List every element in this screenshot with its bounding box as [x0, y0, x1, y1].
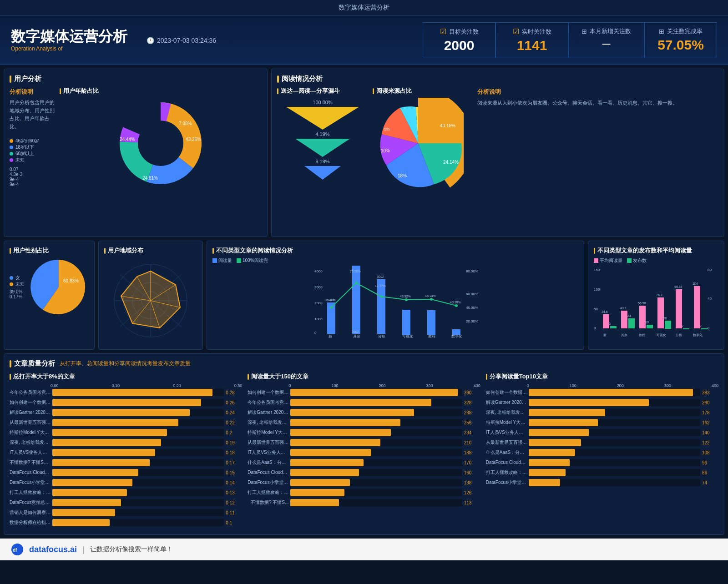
svg-text:40.00%: 40.00% — [466, 306, 478, 310]
list-item: DataFocus小学堂 |... 138 — [248, 479, 480, 486]
bar-value: 0.12 — [226, 500, 242, 505]
header: 数字媒体运营分析 Operation Analysis of 🕐 2023-07… — [0, 16, 728, 65]
bar-label: 特斯拉Model Y大降价... — [486, 419, 527, 426]
svg-rect-90 — [701, 328, 708, 329]
bar-label: 解读Gartner 2020数... — [486, 399, 527, 406]
bar-value: 122 — [702, 440, 718, 445]
bar-track — [52, 419, 224, 426]
bar-label: 深夜, 老板给我发了... — [248, 419, 288, 426]
list-item: 解读Gartner 2020数... 0.24 — [10, 409, 242, 416]
bar-track — [52, 409, 224, 416]
bar-value: 0.26 — [226, 400, 242, 405]
svg-rect-78 — [647, 325, 653, 328]
bar-track — [529, 399, 700, 406]
bar-label: 解读Gartner 2020数... — [248, 409, 288, 416]
bar-track — [290, 409, 462, 416]
stat-target-label: ☑ 目标关注数 — [436, 27, 482, 36]
bar-label: 营销人是如何洞察数... — [10, 509, 51, 516]
bar-value: 0.15 — [226, 470, 242, 475]
bar-track — [529, 439, 700, 446]
bar-label: 今年公务员国考竞争... — [10, 389, 51, 396]
svg-rect-89 — [694, 286, 700, 328]
list-item: 特斯拉Model Y大降价... 234 — [248, 429, 480, 436]
gender-title: 用户性别占比 — [10, 247, 89, 255]
reading-legend: 阅读量 100%阅读完 — [212, 257, 578, 264]
reading-analysis-title: 阅读情况分析 — [277, 75, 718, 83]
svg-rect-86 — [683, 328, 689, 329]
stat-completion-label: ⊞ 关注数完成率 — [657, 27, 704, 35]
list-item: 不懂数据? 不懂S... 113 — [248, 499, 480, 506]
bar-track — [290, 489, 462, 496]
bar-fill — [529, 469, 566, 476]
svg-rect-82 — [665, 321, 671, 329]
svg-text:数字化: 数字化 — [451, 334, 462, 338]
svg-text:7.08%: 7.08% — [179, 121, 192, 126]
list-item: 如何创建一个数据驱... 390 — [248, 389, 480, 396]
bar-track — [529, 459, 700, 466]
bar-label: 数据分析师在给指挥... — [10, 519, 51, 526]
svg-text:教程: 教程 — [639, 333, 645, 337]
list-item: 什么是AaaS：分析即... 108 — [486, 449, 718, 456]
row-2: 用户性别占比 女 未知 39.0% 0.17% 60.83% 用户地域分布 — [4, 241, 724, 350]
list-item: 特斯拉Model Y大降价... 0.2 — [10, 429, 242, 436]
stat-realtime-value: 1141 — [509, 38, 555, 53]
age-chart-title: 用户年龄占比 — [60, 87, 99, 95]
source-pie-chart: 40.16% 24.14% 18% 10% 5% — [373, 98, 464, 189]
bar-label: 打工人拯救攻略：年... — [486, 469, 527, 476]
list-item: 今年公务员国考竞争... 328 — [248, 399, 480, 406]
bar-fill — [290, 449, 371, 456]
svg-text:其余: 其余 — [621, 333, 627, 337]
funnel-label-2: 4.19% — [315, 131, 329, 137]
source-title: 阅读来源占比 — [373, 87, 473, 95]
svg-rect-74 — [628, 318, 635, 328]
svg-point-41 — [330, 306, 333, 309]
svg-text:50: 50 — [594, 307, 598, 311]
bar-value: 234 — [464, 430, 480, 435]
bar-track — [529, 429, 700, 436]
bar-track — [52, 509, 224, 516]
svg-text:2: 2 — [682, 324, 683, 327]
bar-fill — [529, 419, 598, 426]
bar-track — [290, 439, 462, 446]
datetime-value: 2023-07-03 03:24:36 — [157, 37, 216, 44]
bar-label: DataFocus小学堂 | 结... — [486, 479, 527, 486]
bar-track — [290, 499, 462, 506]
stat-target-value: 2000 — [436, 38, 482, 53]
list-item: IT人员VS业务人员辩... 0.18 — [10, 449, 242, 456]
bar-track — [52, 469, 224, 476]
bar-label: IT人员VS业务人员辩... — [10, 449, 51, 456]
quality-charts-row: 总打开率大于8%的文章 0.000.100.200.30 今年公务员国考竞争..… — [10, 373, 718, 529]
read-count-bars: 如何创建一个数据驱... 390 今年公务员国考竞争... 328 解读Gart… — [248, 389, 480, 506]
bar-value: 74 — [702, 480, 718, 485]
bar-label: 什么是AaaS：分析即... — [248, 459, 288, 466]
svg-text:34.6: 34.6 — [602, 310, 608, 313]
bar-track — [52, 439, 224, 446]
bar-visual-read — [402, 310, 410, 335]
bar-value: 0.18 — [226, 450, 242, 455]
svg-text:73.55%: 73.55% — [350, 270, 361, 273]
svg-text:2000: 2000 — [314, 301, 323, 305]
list-item: DataFocus Cloud今日... 160 — [248, 469, 480, 476]
bar-label: 打工人拯救攻略：年... — [10, 489, 51, 496]
bar-track — [52, 389, 224, 396]
bar-track — [529, 419, 700, 426]
gender-pie: 60.83% — [29, 257, 88, 317]
stat-new-follow: ⊞ 本月新增关注数 — — [568, 22, 644, 58]
svg-text:4000: 4000 — [314, 269, 323, 273]
bar-track — [529, 469, 700, 476]
article-type-publish-panel: 不同类型文章的发布数和平均阅读量 平均阅读量 发布数 150 100 50 0 … — [588, 241, 724, 350]
main-title: 数字媒体运营分析 — [11, 29, 127, 45]
bar-value: 170 — [464, 460, 480, 465]
bar-other-read — [352, 266, 360, 334]
list-item: 深夜, 老板给我发了... 178 — [486, 409, 718, 416]
bar-value: 126 — [464, 490, 480, 495]
bar-track — [52, 459, 224, 466]
svg-text:5%: 5% — [384, 127, 390, 131]
bar-fill — [290, 419, 400, 426]
quality-header: 文章质量分析 从打开率、总阅读量和分享阅读情况考量发布文章质量 — [10, 359, 718, 368]
user-analysis-panel: 用户分析 分析说明 用户分析包含用户的地域分布、用户性别占比、用户年龄占比。 4… — [4, 69, 268, 237]
list-item: 不懂数据? 不懂SQL... 0.17 — [10, 459, 242, 466]
list-item: IT人员VS业务人员辩... 140 — [486, 429, 718, 436]
bar-label: 不懂数据? 不懂SQL... — [10, 459, 51, 466]
main-content: 用户分析 分析说明 用户分析包含用户的地域分布、用户性别占比、用户年龄占比。 4… — [0, 65, 728, 539]
